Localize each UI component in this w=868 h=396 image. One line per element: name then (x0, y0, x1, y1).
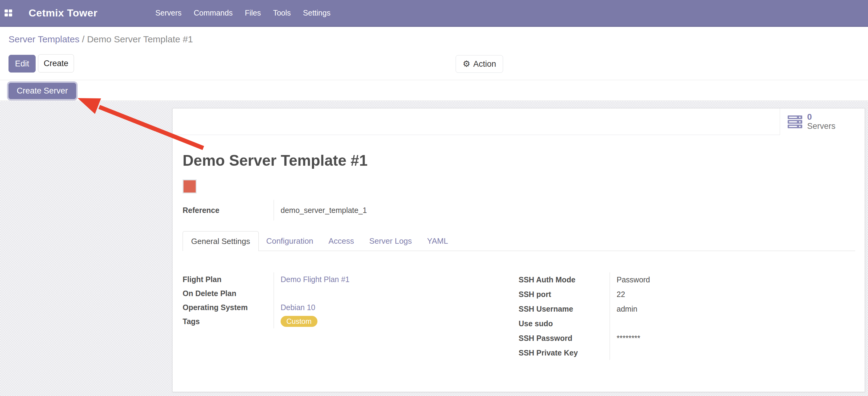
gear-icon: ⚙ (463, 60, 470, 68)
color-swatch (183, 179, 196, 193)
breadcrumb-current: Demo Server Template #1 (87, 34, 193, 44)
breadcrumb-parent-link[interactable]: Server Templates (8, 34, 80, 44)
general-settings-left-group: Flight Plan Demo Flight Plan #1 On Delet… (183, 272, 481, 329)
action-button[interactable]: ⚙ Action (456, 55, 503, 73)
nav-item-tools[interactable]: Tools (267, 0, 297, 26)
reference-value: demo_server_template_1 (274, 200, 367, 221)
tag-badge-custom: Custom (281, 316, 317, 327)
tags-label: Tags (183, 314, 274, 329)
edit-button[interactable]: Edit (8, 55, 36, 73)
use-sudo-value (610, 316, 617, 331)
nav-menu: Servers Commands Files Tools Settings (149, 0, 336, 26)
general-settings-right-group: SSH Auth Mode Password SSH port 22 SSH U… (519, 272, 817, 360)
use-sudo-label: Use sudo (519, 316, 610, 331)
create-button[interactable]: Create (38, 54, 74, 73)
field-row-flight-plan: Flight Plan Demo Flight Plan #1 (183, 272, 481, 286)
field-row-ssh-password: SSH Password ******** (519, 331, 817, 345)
ssh-port-value: 22 (610, 287, 625, 302)
reference-row: Reference demo_server_template_1 (183, 200, 367, 221)
servers-stat-button[interactable]: 0 Servers (780, 108, 865, 135)
operating-system-value-link[interactable]: Debian 10 (274, 300, 315, 314)
ssh-username-value: admin (610, 302, 637, 316)
flight-plan-label: Flight Plan (183, 272, 274, 286)
breadcrumb-separator: / (80, 34, 87, 44)
content-area: 0 Servers Demo Server Template #1 Refere… (0, 101, 868, 396)
record-title: Demo Server Template #1 (183, 152, 368, 169)
flight-plan-value-link[interactable]: Demo Flight Plan #1 (274, 272, 350, 286)
tab-yaml[interactable]: YAML (420, 231, 456, 251)
ssh-auth-mode-label: SSH Auth Mode (519, 272, 610, 287)
ssh-private-key-value (610, 345, 617, 360)
nav-item-settings[interactable]: Settings (297, 0, 337, 26)
ssh-private-key-label: SSH Private Key (519, 345, 610, 360)
field-row-ssh-auth-mode: SSH Auth Mode Password (519, 272, 817, 287)
field-row-ssh-port: SSH port 22 (519, 287, 817, 302)
server-stack-icon (788, 115, 802, 128)
on-delete-plan-label: On Delete Plan (183, 286, 274, 300)
button-box-row: 0 Servers (173, 108, 865, 135)
notebook-tabs: General Settings Configuration Access Se… (183, 231, 855, 251)
tab-configuration[interactable]: Configuration (259, 231, 321, 251)
ssh-port-label: SSH port (519, 287, 610, 302)
field-row-ssh-private-key: SSH Private Key (519, 345, 817, 360)
create-server-button[interactable]: Create Server (8, 83, 76, 99)
servers-stat-text: 0 Servers (807, 112, 835, 131)
field-row-use-sudo: Use sudo (519, 316, 817, 331)
field-row-ssh-username: SSH Username admin (519, 302, 817, 316)
servers-count: 0 (807, 112, 835, 122)
apps-grid-icon[interactable] (5, 9, 12, 17)
app-brand[interactable]: Cetmix Tower (29, 7, 97, 19)
nav-item-servers[interactable]: Servers (149, 0, 187, 26)
action-button-label: Action (473, 59, 496, 69)
ssh-auth-mode-value: Password (610, 272, 650, 287)
tab-access[interactable]: Access (321, 231, 362, 251)
ssh-username-label: SSH Username (519, 302, 610, 316)
nav-item-commands[interactable]: Commands (188, 0, 239, 26)
servers-count-label: Servers (807, 122, 835, 131)
field-row-tags: Tags Custom (183, 314, 481, 329)
page: Cetmix Tower Servers Commands Files Tool… (0, 0, 868, 396)
tags-value: Custom (274, 314, 317, 329)
field-row-operating-system: Operating System Debian 10 (183, 300, 481, 314)
on-delete-plan-value (274, 286, 281, 300)
tab-server-logs[interactable]: Server Logs (362, 231, 420, 251)
ssh-password-value: ******** (610, 331, 640, 345)
top-navbar: Cetmix Tower Servers Commands Files Tool… (0, 0, 868, 27)
operating-system-label: Operating System (183, 300, 274, 314)
breadcrumb: Server Templates / Demo Server Template … (8, 34, 193, 45)
nav-item-files[interactable]: Files (239, 0, 267, 26)
statusbar: Create Server (0, 80, 868, 101)
field-row-on-delete-plan: On Delete Plan (183, 286, 481, 300)
tab-general-settings[interactable]: General Settings (183, 231, 259, 251)
form-sheet: 0 Servers Demo Server Template #1 Refere… (172, 108, 865, 392)
reference-label: Reference (183, 200, 274, 221)
ssh-password-label: SSH Password (519, 331, 610, 345)
